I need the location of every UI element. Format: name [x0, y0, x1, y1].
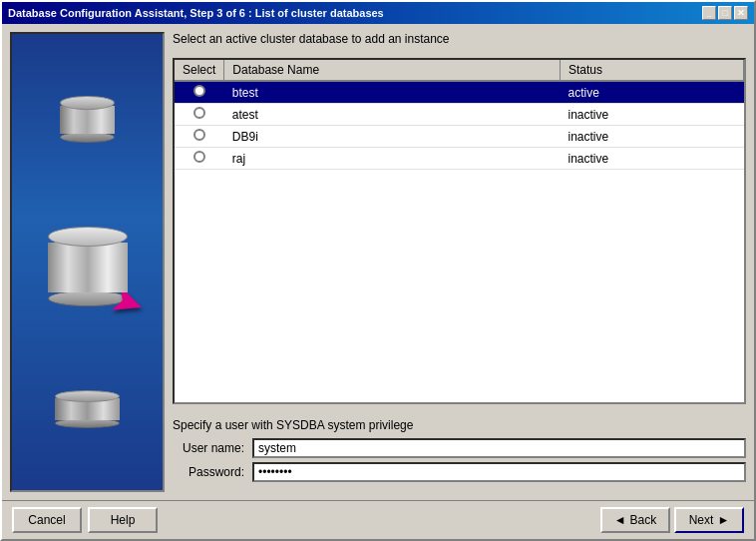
database-table: Select Database Name Status btest active: [175, 60, 744, 170]
instruction-text: Select an active cluster database to add…: [173, 32, 746, 46]
status-cell: inactive: [561, 104, 744, 126]
table-row[interactable]: DB9i inactive: [175, 126, 744, 148]
db-name-cell[interactable]: DB9i: [224, 126, 561, 148]
radio-cell[interactable]: [175, 126, 224, 148]
status-cell: inactive: [561, 148, 744, 170]
minimize-button[interactable]: _: [702, 6, 716, 20]
table-row[interactable]: btest active: [175, 81, 744, 104]
status-cell: active: [561, 81, 744, 104]
next-label: Next: [689, 513, 714, 527]
database-table-container: Select Database Name Status btest active: [173, 58, 746, 404]
username-row: User name:: [173, 438, 746, 458]
db-name-cell[interactable]: atest: [224, 104, 561, 126]
illustration-panel: ➤: [10, 32, 165, 492]
db-name-cell[interactable]: raj: [224, 148, 561, 170]
db-icon-bottom: [55, 390, 120, 428]
back-arrow-icon: ◄: [614, 513, 626, 527]
cancel-button[interactable]: Cancel: [12, 507, 82, 533]
radio-button[interactable]: [193, 85, 205, 97]
col-header-select: Select: [175, 60, 224, 81]
username-label: User name:: [173, 441, 252, 455]
right-buttons: ◄ Back Next ►: [600, 507, 744, 533]
next-arrow-icon: ►: [717, 513, 729, 527]
col-header-status: Status: [561, 60, 744, 81]
title-bar: Database Configuration Assistant, Step 3…: [2, 2, 754, 24]
title-bar-buttons: _ □ ✕: [702, 6, 748, 20]
close-button[interactable]: ✕: [734, 6, 748, 20]
username-input[interactable]: [252, 438, 746, 458]
sysdba-form-section: Specify a user with SYSDBA system privil…: [173, 412, 746, 492]
radio-button[interactable]: [193, 107, 205, 119]
main-window: Database Configuration Assistant, Step 3…: [0, 0, 756, 541]
radio-cell[interactable]: [175, 81, 224, 104]
help-button[interactable]: Help: [88, 507, 158, 533]
left-buttons: Cancel Help: [12, 507, 158, 533]
db-icon-middle-group: ➤: [48, 219, 128, 314]
back-label: Back: [630, 513, 657, 527]
back-button[interactable]: ◄ Back: [600, 507, 670, 533]
window-title: Database Configuration Assistant, Step 3…: [8, 7, 384, 19]
password-input[interactable]: [252, 462, 746, 482]
table-row[interactable]: raj inactive: [175, 148, 744, 170]
radio-button[interactable]: [193, 129, 205, 141]
col-header-dbname: Database Name: [224, 60, 561, 81]
next-button[interactable]: Next ►: [674, 507, 744, 533]
db-name-cell[interactable]: btest: [224, 81, 561, 104]
table-row[interactable]: atest inactive: [175, 104, 744, 126]
bottom-bar: Cancel Help ◄ Back Next ►: [2, 500, 754, 539]
db-icon-top: [60, 96, 115, 143]
right-panel: Select an active cluster database to add…: [173, 32, 746, 492]
password-label: Password:: [173, 465, 252, 479]
sysdba-label: Specify a user with SYSDBA system privil…: [173, 418, 746, 432]
password-row: Password:: [173, 462, 746, 482]
status-cell: inactive: [561, 126, 744, 148]
radio-cell[interactable]: [175, 148, 224, 170]
content-area: ➤ Select an active cluster database to a…: [2, 24, 754, 500]
maximize-button[interactable]: □: [718, 6, 732, 20]
radio-cell[interactable]: [175, 104, 224, 126]
radio-button[interactable]: [193, 151, 205, 163]
